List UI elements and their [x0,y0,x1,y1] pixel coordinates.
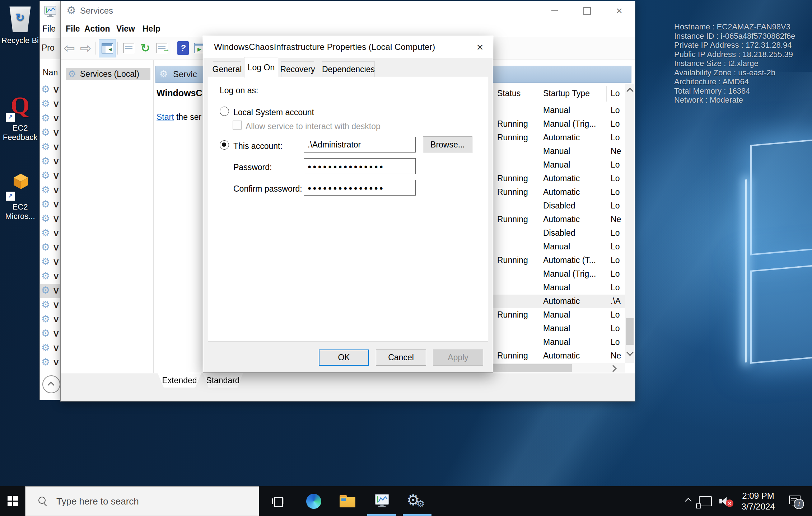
service-row[interactable]: DisabledLo [493,199,625,213]
scrollbar-thumb[interactable] [493,364,572,372]
volume-tray-icon[interactable]: × [716,486,737,516]
this-account-radio[interactable] [220,140,229,150]
search-input[interactable] [56,487,251,516]
action-center-button[interactable]: 1 [783,486,808,516]
menu-help[interactable]: Help [143,24,160,34]
bg-name-column-header[interactable]: Nan [43,68,58,78]
local-system-label[interactable]: Local System account [233,108,314,117]
service-row[interactable]: Automatic.\A [493,295,625,308]
service-row[interactable]: RunningManualLo [493,308,625,322]
bg-service-row[interactable]: ⚙V [40,140,61,155]
dialog-close-icon[interactable]: × [472,40,488,54]
browse-button[interactable]: Browse... [423,136,472,153]
bg-service-row[interactable]: ⚙V [40,269,61,284]
tab-general[interactable]: General [213,61,241,78]
account-input[interactable] [304,137,416,153]
bg-service-row[interactable]: ⚙V [40,356,61,370]
ok-button[interactable]: OK [319,350,369,366]
tree-item-services-local[interactable]: ⚙ Services (Local) [66,68,150,80]
background-window[interactable]: File Pro Nan ⚙V⚙V⚙V⚙V⚙V⚙V⚙V⚙V⚙V⚙V⚙V⚙V⚙V⚙… [39,1,61,400]
bg-service-row[interactable]: ⚙V [40,255,61,269]
close-button[interactable]: × [611,3,628,18]
allow-desktop-checkbox[interactable] [233,121,242,130]
edge-taskbar-button[interactable] [300,486,327,516]
maximize-button[interactable] [578,3,596,18]
scrollbar-thumb[interactable] [626,318,634,345]
horizontal-scrollbar[interactable] [493,363,625,374]
service-row[interactable]: DisabledLo [493,226,625,240]
scroll-down-icon[interactable] [626,349,634,356]
desktop-icon-ec2-microsoft[interactable]: ↗ EC2 Micros... [1,171,39,221]
scroll-up-icon[interactable] [626,88,634,95]
service-row[interactable]: ManualLo [493,281,625,295]
service-row[interactable]: RunningAutomaticLo [493,186,625,199]
start-service-link[interactable]: Start [157,112,174,122]
local-system-radio[interactable] [220,107,229,116]
help-icon[interactable]: ? [176,39,190,57]
bg-service-row[interactable]: ⚙V [40,226,61,241]
bg-service-row[interactable]: ⚙V [40,155,61,169]
taskbar-clock[interactable]: 2:09 PM 3/7/2024 [736,486,780,516]
menu-view[interactable]: View [116,24,135,34]
service-row[interactable]: RunningAutomaticNe [493,349,625,363]
bg-service-row[interactable]: ⚙V [40,112,61,126]
bg-service-row[interactable]: ⚙V [40,183,61,198]
bg-service-row[interactable]: ⚙V [40,298,61,313]
service-row[interactable]: RunningAutomaticLo [493,131,625,145]
this-account-label[interactable]: This account: [233,141,283,151]
bg-service-row[interactable]: ⚙V [40,83,61,97]
desktop-icon-ec2-feedback[interactable]: Q ↗ EC2 Feedback [1,92,39,142]
properties-icon[interactable] [122,39,136,57]
service-row[interactable]: ManualLo [493,158,625,172]
search-box[interactable] [25,486,259,516]
bg-service-row[interactable]: ⚙V [40,313,61,327]
scroll-up-circle-button[interactable] [42,375,60,393]
column-log-on-as[interactable]: Lo [611,89,620,98]
network-tray-icon[interactable] [696,486,714,516]
file-explorer-taskbar-button[interactable] [334,486,361,516]
vertical-scrollbar[interactable] [625,84,634,363]
bg-service-row[interactable]: ⚙V [40,284,61,298]
show-console-tree-icon[interactable]: ◀ [99,39,116,57]
bg-service-row[interactable]: ⚙V [40,126,61,140]
tab-dependencies[interactable]: Dependencies [322,61,375,78]
task-view-button[interactable] [266,486,290,516]
service-properties-dialog[interactable]: WindowsChaosInfrastructure Properties (L… [203,36,493,372]
service-row[interactable]: ManualLo [493,322,625,336]
tab-log-on[interactable]: Log On [244,57,278,78]
service-row[interactable]: ManualLo [493,240,625,254]
bg-service-row[interactable]: ⚙V [40,327,61,341]
service-row[interactable]: ManualNe [493,145,625,158]
services-taskbar-button[interactable]: ⚙⚙ [402,486,429,516]
tab-standard[interactable]: Standard [203,373,243,388]
performance-monitor-taskbar-button[interactable] [368,486,396,516]
bg-menu-file[interactable]: File [42,24,56,34]
back-icon[interactable]: ⇦ [61,39,77,57]
desktop-icon-recycle-bin[interactable]: ↻ Recycle Bi [1,4,39,45]
bg-service-row[interactable]: ⚙V [40,212,61,226]
start-button[interactable] [0,486,25,516]
service-row[interactable]: Manual (Trig...Lo [493,267,625,281]
cancel-button[interactable]: Cancel [376,350,426,366]
pane-divider[interactable] [153,60,154,373]
bg-service-row[interactable]: ⚙V [40,97,61,112]
confirm-password-input[interactable] [304,180,416,196]
bg-service-row[interactable]: ⚙V [40,169,61,183]
service-row[interactable]: ManualLo [493,104,625,117]
tab-extended[interactable]: Extended [158,373,201,388]
service-row[interactable]: RunningAutomatic (T...Lo [493,254,625,267]
tray-expand-button[interactable] [681,486,696,516]
service-row[interactable]: ManualLo [493,336,625,349]
forward-icon[interactable]: ⇨ [78,39,94,57]
bg-service-row[interactable]: ⚙V [40,241,61,255]
service-row[interactable]: RunningAutomaticNe [493,213,625,226]
export-list-icon[interactable]: → [154,39,170,57]
menu-action[interactable]: Action [84,24,110,34]
bg-service-row[interactable]: ⚙V [40,341,61,356]
bg-service-row[interactable]: ⚙V [40,198,61,212]
tab-recovery[interactable]: Recovery [281,61,314,78]
service-row[interactable]: RunningAutomaticLo [493,172,625,186]
column-startup-type[interactable]: Startup Type [543,89,590,98]
column-status[interactable]: Status [497,89,521,98]
minimize-button[interactable] [546,3,563,18]
